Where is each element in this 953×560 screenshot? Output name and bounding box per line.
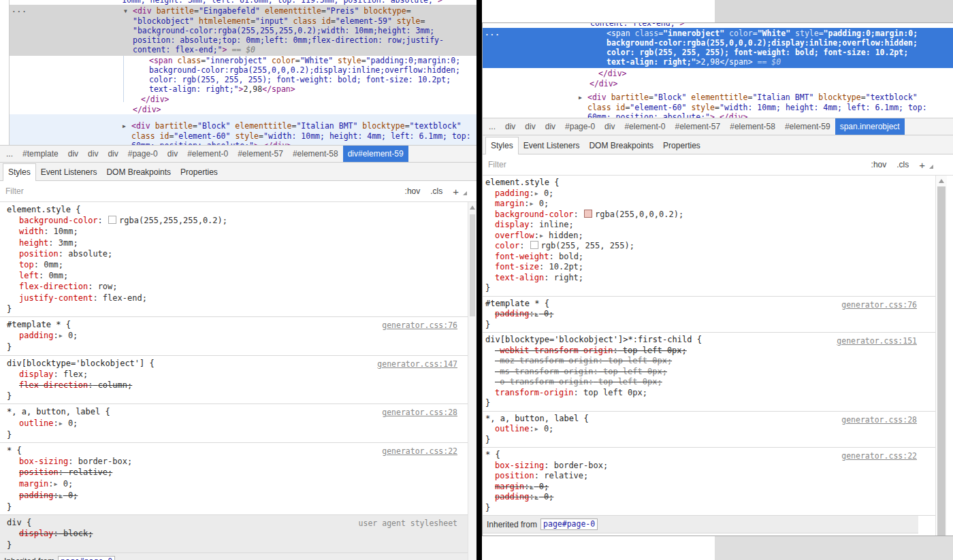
css-property[interactable]: font-weight: bold; xyxy=(483,252,936,263)
expand-value-arrow-icon[interactable]: ▶ xyxy=(539,233,544,239)
elements-tree-row[interactable]: ...▼<div bartitle="Eingabefeld" elementt… xyxy=(10,5,476,56)
cls-toggle[interactable]: .cls xyxy=(897,160,909,169)
css-property[interactable]: justify-content: flex-end; xyxy=(0,293,468,303)
css-property[interactable]: width: 10mm; xyxy=(0,226,468,237)
expand-value-arrow-icon[interactable]: ▶ xyxy=(534,494,539,500)
breadcrumb-item[interactable]: div xyxy=(600,118,619,135)
breadcrumb-item[interactable]: div xyxy=(83,146,103,162)
tab-event-listeners[interactable]: Event Listeners xyxy=(519,137,585,154)
overflow-marker[interactable]: ... xyxy=(12,5,27,14)
expand-value-arrow-icon[interactable]: ▶ xyxy=(534,426,539,432)
breadcrumb-item[interactable]: #page-0 xyxy=(123,146,163,162)
css-property[interactable]: padding:▶ 0; xyxy=(0,330,468,342)
breadcrumb-item[interactable]: div xyxy=(540,118,560,135)
css-property[interactable]: display: block; xyxy=(0,528,468,539)
css-property[interactable]: box-sizing: border-box; xyxy=(0,456,468,467)
expand-arrow-collapsed-icon[interactable]: ▶ xyxy=(123,122,131,131)
css-property[interactable]: overflow:▶ hidden; xyxy=(483,231,936,242)
elements-tree-row[interactable]: </div> xyxy=(10,104,476,114)
inherited-node-chip[interactable]: page#page-0 xyxy=(58,556,115,560)
css-property[interactable]: outline:▶ 0; xyxy=(483,424,936,435)
expand-value-arrow-icon[interactable]: ▶ xyxy=(534,191,539,197)
breadcrumb-item[interactable]: div xyxy=(103,146,123,162)
filter-input[interactable]: Filter xyxy=(483,160,506,169)
css-property[interactable]: color: rgb(255, 255, 255); xyxy=(483,241,936,252)
scrollbar-thumb[interactable] xyxy=(470,214,475,316)
color-swatch[interactable] xyxy=(584,210,592,218)
breadcrumb-item[interactable]: #page-0 xyxy=(560,118,600,135)
css-property[interactable]: padding:▶ 0; xyxy=(483,188,936,199)
css-property[interactable]: font-size: 10.2pt; xyxy=(483,262,936,273)
css-property[interactable]: position: absolute; xyxy=(0,248,468,259)
css-property[interactable]: left: 0mm; xyxy=(0,270,468,281)
tab-properties[interactable]: Properties xyxy=(176,164,223,180)
css-property[interactable]: margin:▶ 0; xyxy=(0,478,468,490)
stylesheet-link[interactable]: generator.css:22 xyxy=(382,446,457,456)
css-property[interactable]: position: relative; xyxy=(483,471,936,482)
css-property[interactable]: height: 3mm; xyxy=(0,237,468,248)
elements-tree-row[interactable]: </div> xyxy=(10,94,476,104)
breadcrumb-item[interactable]: div xyxy=(63,146,83,162)
css-property[interactable]: text-align: right; xyxy=(483,273,936,284)
css-property[interactable]: margin:▶ 0; xyxy=(483,482,936,493)
tab-styles[interactable]: Styles xyxy=(3,163,36,181)
elements-tree[interactable]: 10mm; height: 3mm; left: 61.6mm; top: 11… xyxy=(0,0,476,145)
styles-scrollbar[interactable] xyxy=(468,202,476,560)
elements-tree-row[interactable]: </div> xyxy=(483,78,953,88)
breadcrumb-item[interactable]: #template xyxy=(18,146,63,162)
elements-tree-row[interactable]: <span class="innerobject" color="White" … xyxy=(10,56,476,94)
css-property[interactable]: -webkit-transform-origin: top left 0px; xyxy=(483,346,936,357)
stylesheet-link[interactable]: generator.css:76 xyxy=(382,320,457,330)
breadcrumb-item[interactable]: #element-58 xyxy=(725,118,780,135)
css-property[interactable]: display: flex; xyxy=(0,369,468,380)
elements-tree-row[interactable]: ▶<div bartitle="Block" elementtitle="Ita… xyxy=(10,114,476,145)
breadcrumb-item[interactable]: #element-57 xyxy=(670,118,725,135)
stylesheet-link[interactable]: generator.css:151 xyxy=(837,336,917,346)
hov-toggle[interactable]: :hov xyxy=(871,160,887,169)
breadcrumb-item[interactable]: div#element-59 xyxy=(343,146,408,162)
new-style-rule-button[interactable]: + xyxy=(919,159,925,171)
filter-input[interactable]: Filter xyxy=(0,186,24,196)
stylesheet-link[interactable]: generator.css:28 xyxy=(841,415,917,425)
expand-value-arrow-icon[interactable]: ▶ xyxy=(59,493,63,499)
expand-value-arrow-icon[interactable]: ▶ xyxy=(59,421,63,427)
scroll-up-arrow-icon[interactable] xyxy=(939,179,944,183)
tab-properties[interactable]: Properties xyxy=(658,137,705,154)
elements-tree[interactable]: content: flex-end;">...<span class="inne… xyxy=(483,23,953,118)
css-property[interactable]: -o-transform-origin: top left 0px; xyxy=(483,377,936,388)
stylesheet-link[interactable]: generator.css:22 xyxy=(841,451,917,461)
css-property[interactable]: display: inline; xyxy=(483,220,936,231)
css-property[interactable]: padding:▶ 0; xyxy=(483,309,936,320)
css-property[interactable]: outline:▶ 0; xyxy=(0,418,468,429)
breadcrumb-item[interactable]: #element-0 xyxy=(182,146,233,162)
css-property[interactable]: top: 0mm; xyxy=(0,259,468,270)
stylesheet-link[interactable]: generator.css:28 xyxy=(382,408,457,417)
inherited-node-chip[interactable]: page#page-0 xyxy=(540,518,598,530)
breadcrumb-item[interactable]: span.innerobject xyxy=(835,118,905,135)
css-property[interactable]: flex-direction: column; xyxy=(0,380,468,391)
expand-value-arrow-icon[interactable]: ▶ xyxy=(59,333,63,339)
elements-tree-row[interactable]: ...<span class="innerobject" color="Whit… xyxy=(483,28,953,68)
expand-value-arrow-icon[interactable]: ▶ xyxy=(534,311,539,317)
css-property[interactable]: padding:▶ 0; xyxy=(483,492,936,503)
tab-event-listeners[interactable]: Event Listeners xyxy=(36,164,102,180)
tab-dom-breakpoints[interactable]: DOM Breakpoints xyxy=(584,137,658,154)
css-property[interactable]: background-color: rgba(255,255,255,0.2); xyxy=(0,215,468,226)
breadcrumb-item[interactable]: #element-58 xyxy=(288,146,343,162)
css-property[interactable]: background-color: rgba(255,0,0,0.2); xyxy=(483,210,936,220)
css-property[interactable]: box-sizing: border-box; xyxy=(483,461,936,472)
scrollbar-thumb[interactable] xyxy=(937,186,946,536)
elements-tree-row[interactable]: </div> xyxy=(483,68,953,78)
breadcrumb-item[interactable]: div xyxy=(520,118,540,135)
expand-arrow-collapsed-icon[interactable]: ▶ xyxy=(579,93,587,103)
breadcrumb-item[interactable]: div xyxy=(163,146,182,162)
breadcrumb-item[interactable]: ... xyxy=(484,118,500,135)
css-property[interactable]: -moz-transform-origin: top left 0px; xyxy=(483,356,936,367)
breadcrumb-item[interactable]: ... xyxy=(1,146,18,162)
css-property[interactable]: flex-direction: row; xyxy=(0,281,468,292)
breadcrumb-item[interactable]: #element-59 xyxy=(780,118,835,135)
color-swatch[interactable] xyxy=(108,216,116,224)
css-property[interactable]: transform-origin: top left 0px; xyxy=(483,388,936,399)
tab-styles[interactable]: Styles xyxy=(485,137,519,154)
css-property[interactable]: -ms-transform-origin: top left 0px; xyxy=(483,367,936,378)
